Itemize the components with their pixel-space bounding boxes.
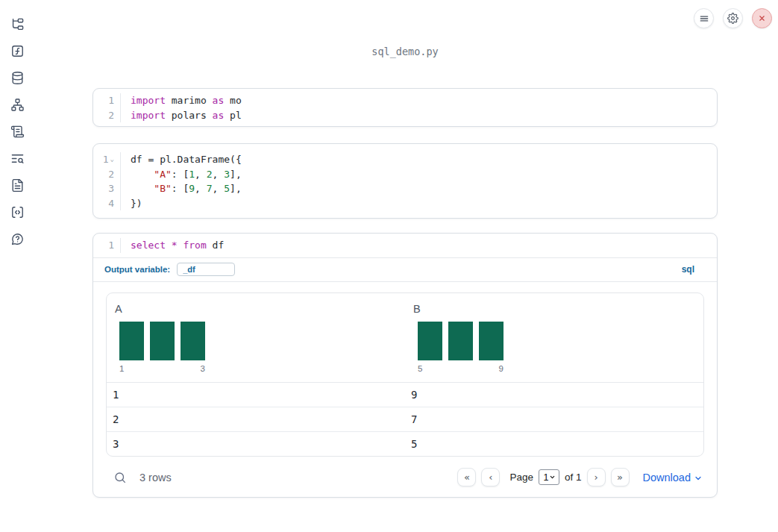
chevron-down-icon [694, 474, 703, 483]
fold-chevron-icon[interactable]: ⌄ [110, 156, 114, 163]
sql-editor[interactable]: 1select * from df [93, 234, 717, 257]
code-line[interactable]: df = pl.DataFrame({ [131, 152, 242, 167]
line-number-gutter: 12 [93, 93, 121, 122]
histogram-bar [150, 322, 175, 360]
sidebar-item-file-text[interactable] [9, 178, 25, 193]
top-actions [694, 8, 772, 28]
sql-meta-bar: Output variable: sql [93, 258, 717, 281]
table-cell: 2 [107, 413, 405, 425]
file-tree-icon [10, 17, 25, 31]
sidebar [0, 0, 34, 532]
network-icon [10, 98, 25, 112]
histogram-axis-labels: 59 [418, 364, 503, 373]
dataframe-table: A13B59 192735 [106, 292, 704, 457]
sidebar-item-function-square[interactable] [9, 44, 25, 58]
cell-output: A13B59 192735 3 rows « ‹ Page 1 of 1 › » [93, 282, 717, 490]
sidebar-item-network[interactable] [9, 98, 25, 112]
gear-icon [727, 13, 738, 24]
line-number: 1⌄ [103, 152, 114, 167]
sidebar-item-file-tree[interactable] [9, 17, 25, 31]
close-icon [757, 13, 767, 23]
page-label: Page [509, 472, 533, 483]
sql-cell[interactable]: 1select * from df Output variable: sql A… [92, 233, 718, 498]
line-number: 3 [108, 181, 114, 196]
chevron-down-icon [549, 474, 556, 481]
page-select-value: 1 [543, 472, 548, 483]
sidebar-item-scroll-text[interactable] [9, 125, 25, 139]
scroll-text-icon [10, 125, 25, 139]
table-row[interactable]: 35 [107, 432, 703, 457]
table-cell: 1 [107, 389, 405, 401]
line-number: 1 [108, 93, 114, 108]
language-badge: sql [682, 264, 694, 275]
histogram-max-label: 9 [499, 364, 503, 373]
list-search-icon [10, 151, 25, 166]
code-cell-imports[interactable]: 12import marimo as moimport polars as pl [92, 88, 718, 127]
sidebar-item-list-search[interactable] [9, 151, 25, 166]
code-line[interactable]: import polars as pl [131, 108, 242, 123]
line-number-gutter: 1⌄234 [93, 152, 121, 210]
column-header-B[interactable]: B59 [405, 293, 703, 382]
table-header-row: A13B59 [107, 293, 703, 383]
menu-icon [699, 13, 709, 24]
sidebar-item-help-bubble[interactable] [9, 232, 25, 246]
sidebar-item-database[interactable] [9, 71, 25, 85]
column-header-A[interactable]: A13 [107, 293, 405, 382]
column-name: B [411, 303, 697, 315]
table-cell: 9 [405, 389, 703, 401]
code-editor[interactable]: 1⌄234df = pl.DataFrame({ "A": [1, 2, 3],… [93, 144, 717, 219]
table-cell: 3 [107, 438, 405, 450]
table-footer: 3 rows « ‹ Page 1 of 1 › » Download [106, 465, 704, 490]
download-button[interactable]: Download [643, 472, 703, 484]
code-line[interactable]: "A": [1, 2, 3], [131, 167, 242, 182]
file-text-icon [10, 178, 25, 193]
code-cell-dataframe[interactable]: 1⌄234df = pl.DataFrame({ "A": [1, 2, 3],… [92, 143, 718, 219]
table-cell: 7 [405, 413, 703, 425]
table-row[interactable]: 19 [107, 383, 703, 407]
notebook-app: sql_demo.py 12import marimo as moimport … [0, 0, 778, 532]
code-line[interactable]: select * from df [131, 238, 224, 253]
column-name: A [113, 303, 399, 315]
function-square-icon [10, 44, 25, 58]
last-page-button[interactable]: » [611, 468, 630, 486]
line-number: 2 [108, 108, 114, 123]
line-number: 2 [108, 167, 114, 182]
page-select[interactable]: 1 [539, 469, 559, 485]
histogram-bar [418, 322, 442, 360]
histogram-bar [479, 322, 503, 360]
settings-button[interactable] [723, 8, 743, 28]
output-variable-input[interactable] [177, 263, 235, 276]
prev-page-button[interactable]: ‹ [481, 468, 500, 486]
next-page-button[interactable]: › [587, 468, 606, 486]
notebook-title: sql_demo.py [92, 46, 718, 57]
search-button[interactable] [113, 471, 127, 484]
code-square-icon [10, 205, 25, 219]
output-variable-label: Output variable: [104, 265, 170, 274]
histogram-min-label: 1 [119, 364, 124, 373]
code-line[interactable]: import marimo as mo [131, 93, 242, 108]
histogram [119, 322, 399, 360]
table-row[interactable]: 27 [107, 407, 703, 432]
histogram [418, 322, 697, 360]
close-button[interactable] [752, 8, 772, 28]
first-page-button[interactable]: « [457, 468, 476, 486]
code-line[interactable]: }) [131, 196, 242, 211]
table-cell: 5 [405, 438, 703, 450]
line-number: 4 [108, 196, 114, 211]
code-line[interactable]: "B": [9, 7, 5], [131, 181, 242, 196]
download-label: Download [643, 472, 691, 484]
database-icon [10, 71, 25, 85]
line-number: 1 [108, 238, 114, 253]
histogram-axis-labels: 13 [119, 364, 205, 373]
menu-button[interactable] [694, 8, 714, 28]
sidebar-item-code-square[interactable] [9, 205, 25, 219]
table-body: 192735 [107, 383, 703, 457]
line-number-gutter: 1 [93, 238, 121, 253]
code-editor[interactable]: 12import marimo as moimport polars as pl [93, 89, 717, 127]
row-count: 3 rows [139, 472, 172, 484]
histogram-max-label: 3 [201, 364, 205, 373]
histogram-bar [181, 322, 205, 360]
page-of-label: of 1 [565, 472, 582, 483]
histogram-min-label: 5 [418, 364, 422, 373]
help-bubble-icon [10, 232, 25, 246]
